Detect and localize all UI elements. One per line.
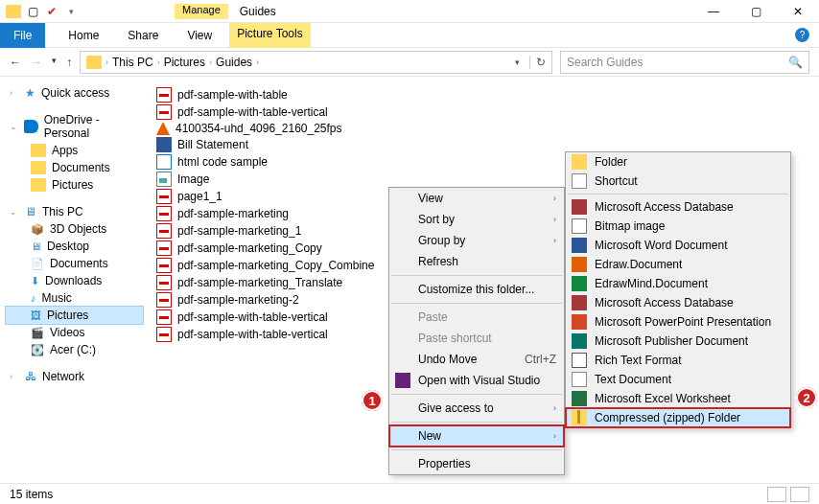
item-icon: 💽 <box>31 344 44 356</box>
qat-dropdown-icon[interactable]: ▾ <box>63 4 79 19</box>
file-menu[interactable]: File <box>0 23 45 48</box>
view-thumbnails-button[interactable] <box>790 487 809 502</box>
search-input[interactable]: Search Guides 🔍 <box>560 51 809 74</box>
breadcrumb-this-pc[interactable]: This PC <box>112 56 153 69</box>
menu-new[interactable]: New› <box>389 425 564 447</box>
chevron-right-icon[interactable]: › <box>10 372 19 381</box>
up-button[interactable]: ↑ <box>66 56 72 69</box>
quick-access-label: Quick access <box>41 86 109 100</box>
file-name: html code sample <box>177 155 268 169</box>
qat-properties-icon[interactable]: ▢ <box>25 4 40 19</box>
sidebar-item-3d-objects[interactable]: 📦3D Objects <box>6 220 143 238</box>
file-item[interactable]: pdf-sample-with-table <box>154 86 813 103</box>
file-name: 4100354-uhd_4096_2160_25fps <box>176 122 342 135</box>
maximize-button[interactable]: ▢ <box>735 0 777 23</box>
menu-view[interactable]: View› <box>389 188 564 209</box>
sidebar-item-apps[interactable]: Apps <box>6 142 143 159</box>
menu-properties[interactable]: Properties <box>389 453 564 474</box>
chevron-right-icon[interactable]: › <box>105 57 108 67</box>
submenu-label: Microsoft Word Document <box>595 239 728 252</box>
sidebar-item-desktop[interactable]: 🖥Desktop <box>6 238 143 255</box>
file-item[interactable]: pdf-sample-with-table-vertical <box>154 103 813 121</box>
breadcrumb-pictures[interactable]: Pictures <box>164 56 205 69</box>
submenu-rich-text-format[interactable]: Rich Text Format <box>566 351 790 370</box>
file-name: pdf-sample-with-table <box>177 88 288 102</box>
sidebar-item-videos[interactable]: 🎬Videos <box>6 324 143 341</box>
menu-undo-move[interactable]: Undo MoveCtrl+Z <box>389 349 564 370</box>
chevron-right-icon[interactable]: › <box>10 88 19 98</box>
file-type-icon <box>572 391 587 406</box>
this-pc-root[interactable]: ⌄ 🖥 This PC <box>6 203 143 220</box>
annotation-marker-1: 1 <box>362 390 383 411</box>
menu-separator <box>391 422 562 423</box>
history-dropdown-icon[interactable]: ▾ <box>52 56 57 69</box>
menu-open-visual-studio[interactable]: Open with Visual Studio <box>389 370 564 391</box>
refresh-icon[interactable]: ↻ <box>529 56 546 69</box>
submenu-microsoft-access-database[interactable]: Microsoft Access Database <box>566 197 790 217</box>
sidebar-item-music[interactable]: ♪Music <box>6 289 143 307</box>
file-item[interactable]: 4100354-uhd_4096_2160_25fps <box>154 121 813 136</box>
quick-access-toolbar: ▢ ✔ ▾ <box>0 4 79 19</box>
contextual-tab-manage[interactable]: Manage <box>175 4 228 19</box>
sidebar-item-documents[interactable]: 📄Documents <box>6 255 143 272</box>
breadcrumb[interactable]: › This PC › Pictures › Guides › ▾ ↻ <box>80 51 552 74</box>
item-icon: 📦 <box>31 223 44 236</box>
tab-share[interactable]: Share <box>122 25 164 46</box>
network-root[interactable]: › 🖧 Network <box>6 368 143 385</box>
chevron-down-icon[interactable]: ⌄ <box>10 207 19 217</box>
item-icon: ♪ <box>31 292 36 304</box>
submenu-microsoft-publisher-document[interactable]: Microsoft Publisher Document <box>566 332 790 351</box>
submenu-bitmap-image[interactable]: Bitmap image <box>566 217 790 236</box>
back-button[interactable]: ← <box>10 56 21 69</box>
qat-check-icon[interactable]: ✔ <box>44 4 59 19</box>
image-file-icon <box>156 172 172 187</box>
status-bar: 15 items <box>0 483 819 504</box>
chevron-right-icon[interactable]: › <box>256 57 259 67</box>
submenu-label: Text Document <box>595 373 671 386</box>
forward-button[interactable]: → <box>31 56 42 69</box>
menu-refresh[interactable]: Refresh <box>389 251 564 272</box>
help-icon[interactable]: ? <box>795 28 809 42</box>
pdf-file-icon <box>156 258 172 273</box>
submenu-edraw-document[interactable]: Edraw.Document <box>566 255 790 274</box>
chevron-down-icon[interactable]: ⌄ <box>10 122 18 131</box>
submenu-compressed-zipped-folder[interactable]: Compressed (zipped) Folder <box>566 408 790 427</box>
submenu-shortcut[interactable]: Shortcut <box>566 172 790 191</box>
menu-group-by[interactable]: Group by› <box>389 230 564 251</box>
file-type-icon <box>572 276 587 291</box>
file-name: pdf-sample-marketing_1 <box>177 224 301 238</box>
menu-customize[interactable]: Customize this folder... <box>389 279 564 300</box>
submenu-text-document[interactable]: Text Document <box>566 370 790 389</box>
submenu-edrawmind-document[interactable]: EdrawMind.Document <box>566 274 790 293</box>
sidebar-item-documents[interactable]: Documents <box>6 159 143 176</box>
breadcrumb-guides[interactable]: Guides <box>216 56 252 69</box>
tab-view[interactable]: View <box>181 25 218 46</box>
sidebar-item-downloads[interactable]: ⬇Downloads <box>6 272 143 289</box>
submenu-label: Rich Text Format <box>595 354 681 367</box>
tab-home[interactable]: Home <box>62 25 105 46</box>
file-type-icon <box>572 372 587 387</box>
sidebar-item-acer-c-[interactable]: 💽Acer (C:) <box>6 341 143 358</box>
chevron-right-icon[interactable]: › <box>209 57 212 67</box>
menu-sort-by[interactable]: Sort by› <box>389 209 564 230</box>
submenu-microsoft-powerpoint-presentation[interactable]: Microsoft PowerPoint Presentation <box>566 312 790 332</box>
search-icon[interactable]: 🔍 <box>788 56 803 69</box>
sidebar-item-pictures[interactable]: Pictures <box>6 176 143 194</box>
file-type-icon <box>572 257 587 272</box>
onedrive-root[interactable]: ⌄ OneDrive - Personal <box>6 111 143 142</box>
menu-give-access[interactable]: Give access to› <box>389 398 564 419</box>
submenu-microsoft-word-document[interactable]: Microsoft Word Document <box>566 236 790 255</box>
address-dropdown-icon[interactable]: ▾ <box>515 57 520 67</box>
submenu-folder[interactable]: Folder <box>566 152 790 172</box>
minimize-button[interactable]: — <box>692 0 735 23</box>
view-details-button[interactable] <box>767 487 786 502</box>
quick-access-root[interactable]: › ★ Quick access <box>6 84 143 102</box>
submenu-microsoft-excel-worksheet[interactable]: Microsoft Excel Worksheet <box>566 389 790 408</box>
chevron-right-icon: › <box>553 194 556 203</box>
close-button[interactable]: ✕ <box>777 0 819 23</box>
submenu-microsoft-access-database[interactable]: Microsoft Access Database <box>566 293 790 312</box>
sidebar-item-pictures[interactable]: 🖼Pictures <box>6 307 143 324</box>
tab-picture-tools[interactable]: Picture Tools <box>229 23 310 48</box>
submenu-label: Shortcut <box>595 174 638 188</box>
chevron-right-icon[interactable]: › <box>157 57 160 67</box>
